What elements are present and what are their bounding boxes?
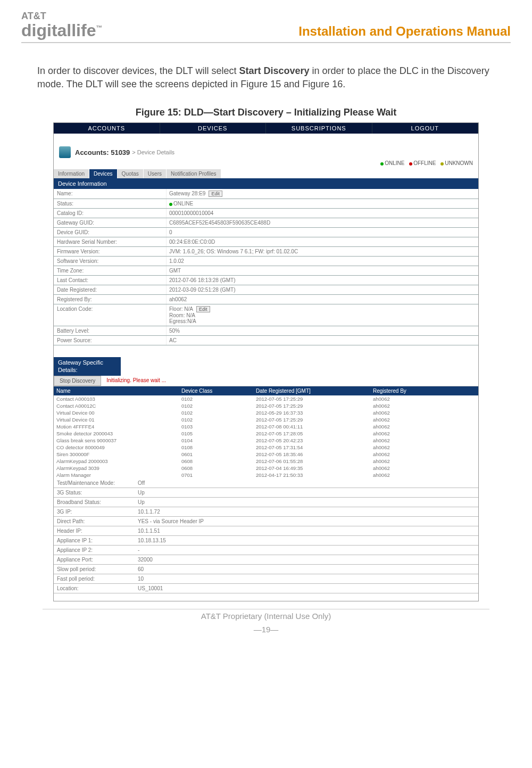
field-label: Appliance Port: (54, 555, 135, 564)
field-value: 1.0.02 (167, 257, 478, 266)
device-info-row: Last Contact:2012-07-06 18:13:28 (GMT) (54, 276, 478, 285)
cell-name: CO detector 8000049 (54, 444, 179, 451)
field-label: Location Code: (54, 304, 167, 326)
field-label: Direct Path: (54, 517, 135, 526)
table-row[interactable]: AlarmKeypad 303906082012-07-04 16:49:35a… (54, 465, 478, 472)
cell-name: AlarmKeypad 2000003 (54, 458, 179, 465)
device-info-header: Device Information (54, 178, 478, 189)
field-label: Appliance IP 1: (54, 536, 135, 545)
col-name: Name (54, 386, 179, 395)
table-row[interactable]: Siren 300000F06012012-07-05 18:35:46ah00… (54, 451, 478, 458)
table-row[interactable]: Contact A00012C01022012-07-05 17:25:29ah… (54, 402, 478, 409)
device-info-row: Name:Gateway 28:E9Edit (54, 189, 478, 199)
device-info-row: Date Registered:2012-03-09 02:51:28 (GMT… (54, 285, 478, 295)
table-row[interactable]: CO detector 800004901082012-07-05 17:31:… (54, 444, 478, 451)
cell-dclass: 0102 (179, 402, 253, 409)
cell-date: 2012-05-29 16:37:33 (253, 409, 370, 416)
edit-button[interactable]: Edit (209, 191, 222, 197)
table-row[interactable]: Virtual Device 0101022012-07-05 17:25:29… (54, 416, 478, 423)
cell-date: 2012-07-05 17:28:05 (253, 430, 370, 437)
field-label: Broadband Status: (54, 498, 135, 507)
cell-by: ah0062 (370, 458, 478, 465)
field-label: 3G IP: (54, 507, 135, 516)
tab-information[interactable]: Information (54, 169, 89, 178)
table-row[interactable]: Alarm Manager07012012-04-17 21:50:33ah00… (54, 472, 478, 478)
field-label: Time Zone: (54, 266, 167, 275)
gateway-row: Appliance IP 1:10.18.13.15 (54, 536, 478, 546)
nav-logout[interactable]: LOGOUT (372, 123, 479, 134)
field-label: Test/Maintenance Mode: (54, 478, 135, 488)
col-date-registered: Date Registered [GMT] (253, 386, 370, 395)
table-row[interactable]: AlarmKeypad 200000306082012-07-06 01:55:… (54, 458, 478, 465)
cell-by: ah0062 (370, 402, 478, 409)
field-value: C6895ACEF52E4545803F590635CE488D (167, 218, 478, 227)
col-registered-by: Registered By (370, 386, 478, 395)
cell-by: ah0062 (370, 444, 478, 451)
nav-subscriptions[interactable]: SUBSCRIPTIONS (266, 123, 372, 134)
table-row[interactable]: Smoke detector 200004301052012-07-05 17:… (54, 430, 478, 437)
breadcrumb: > Device Details (132, 149, 174, 155)
field-value: Up (135, 498, 478, 507)
cell-dclass: 0108 (179, 444, 253, 451)
cell-name: Contact A00012C (54, 402, 179, 409)
field-label: 3G Status: (54, 488, 135, 497)
field-value: YES - via Source Header IP (135, 517, 478, 526)
intro-paragraph: In order to discover devices, the DLT wi… (37, 64, 495, 91)
cell-by: ah0062 (370, 465, 478, 472)
device-table-header: Name Device Class Date Registered [GMT] … (54, 386, 478, 395)
top-nav: ACCOUNTS DEVICES SUBSCRIPTIONS LOGOUT (54, 123, 478, 134)
tab-devices[interactable]: Devices (89, 169, 118, 178)
field-value: 00:24:E8:0E:C0:0D (167, 237, 478, 246)
brand-top: AT&T (21, 11, 102, 22)
cell-by: ah0062 (370, 409, 478, 416)
document-title: Installation and Operations Manual (298, 24, 511, 39)
field-value: 10.1.1.51 (135, 526, 478, 535)
device-info-row: Battery Level:50% (54, 326, 478, 336)
brand-main: digitallife™ (21, 22, 102, 39)
stop-discovery-button[interactable]: Stop Discovery (54, 376, 101, 386)
field-label: Battery Level: (54, 326, 167, 335)
footer-proprietary: AT&T Proprietary (Internal Use Only) (43, 609, 489, 621)
cell-name: Contact A000103 (54, 395, 179, 402)
field-label: Status: (54, 199, 167, 208)
discovery-status-row: Stop Discovery Initializing. Please wait… (54, 376, 478, 386)
init-message: Initializing. Please wait ... (101, 376, 171, 386)
figure-caption: Figure 15: DLD—Start Discovery – Initial… (21, 107, 511, 118)
field-value: 10 (135, 574, 478, 583)
cell-name: AlarmKeypad 3039 (54, 465, 179, 472)
device-info-row: Firmware Version:JVM: 1.6.0_26; OS: Wind… (54, 247, 478, 257)
nav-devices[interactable]: DEVICES (160, 123, 267, 134)
table-row[interactable]: Glass break sens 900003701042012-07-05 2… (54, 437, 478, 444)
gateway-row: Direct Path:YES - via Source Header IP (54, 517, 478, 526)
table-row[interactable]: Virtual Device 0001022012-05-29 16:37:33… (54, 409, 478, 416)
gateway-row: Location:US_10001 (54, 584, 478, 593)
account-label: Accounts: 51039 (75, 148, 130, 156)
field-value: - (135, 546, 478, 555)
field-value: Up (135, 488, 478, 497)
cell-date: 2012-07-05 17:25:29 (253, 416, 370, 423)
table-row[interactable]: Motion 4FFFFE401032012-07-08 00:41:11ah0… (54, 423, 478, 430)
edit-button[interactable]: Edit (196, 306, 210, 312)
field-value: Floor: N/AEditRoom: N/AEgress:N/A (167, 304, 478, 326)
nav-accounts[interactable]: ACCOUNTS (54, 123, 160, 134)
cell-name: Motion 4FFFFE4 (54, 423, 179, 430)
device-info-row: Software Version:1.0.02 (54, 257, 478, 266)
screenshot-figure: ACCOUNTS DEVICES SUBSCRIPTIONS LOGOUT Ac… (53, 122, 479, 601)
tab-quotas[interactable]: Quotas (118, 169, 144, 178)
cell-dclass: 0102 (179, 416, 253, 423)
table-row[interactable]: Contact A00010301022012-07-05 17:25:29ah… (54, 395, 478, 402)
cell-date: 2012-07-05 17:31:54 (253, 444, 370, 451)
cell-date: 2012-07-06 01:55:28 (253, 458, 370, 465)
device-info-row: Device GUID:0 (54, 228, 478, 237)
tab-notification-profiles[interactable]: Notification Profiles (167, 169, 221, 178)
field-value: 32000 (135, 555, 478, 564)
footer-page-number: ―19― (21, 621, 511, 637)
field-value: ah0062 (167, 295, 478, 304)
breadcrumb-row: Accounts: 51039 > Device Details (54, 143, 478, 159)
cell-by: ah0062 (370, 430, 478, 437)
cell-dclass: 0102 (179, 409, 253, 416)
tab-users[interactable]: Users (144, 169, 167, 178)
field-value: US_10001 (135, 584, 478, 593)
field-label: Catalog ID: (54, 209, 167, 218)
device-table-body: Contact A00010301022012-07-05 17:25:29ah… (54, 395, 478, 478)
